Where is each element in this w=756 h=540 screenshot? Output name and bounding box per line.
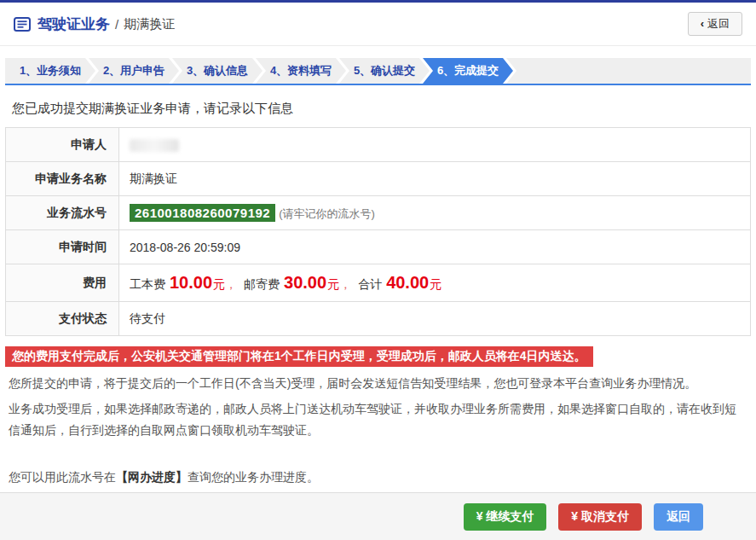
table-row-payment-status: 支付状态 待支付 xyxy=(6,302,751,336)
step-tab-3: 3、确认信息 xyxy=(172,58,263,84)
step-tab-4: 4、资料填写 xyxy=(256,58,346,84)
action-footer: ¥ 继续支付 ¥ 取消支付 返回 xyxy=(0,492,756,540)
table-row-service-name: 申请业务名称 期满换证 xyxy=(6,162,751,196)
row-label: 支付状态 xyxy=(6,302,119,336)
redacted-applicant-name xyxy=(130,139,179,152)
return-button[interactable]: 返回 xyxy=(654,503,703,531)
row-label: 申请时间 xyxy=(6,230,119,264)
payment-warning-banner: 您的费用支付完成后，公安机关交通管理部门将在1个工作日内受理，受理成功后，邮政人… xyxy=(5,346,593,367)
breadcrumb-service-category[interactable]: 驾驶证业务 xyxy=(38,15,110,34)
service-name-value: 期满换证 xyxy=(119,162,751,196)
fee-item1-amount: 10.00 xyxy=(170,273,212,292)
table-row-serial-number: 业务流水号 261001808260079192(请牢记你的流水号) xyxy=(6,196,751,230)
row-label: 业务流水号 xyxy=(6,196,119,230)
serial-number-badge: 261001808260079192 xyxy=(130,204,275,222)
breadcrumb-separator: / xyxy=(115,17,118,32)
fee-item1-label: 工本费 xyxy=(130,277,165,291)
notice-paragraph-2: 业务成功受理后，如果选择邮政寄递的，邮政人员将上门送达机动车驾驶证，并收取办理业… xyxy=(9,398,747,441)
row-label: 费用 xyxy=(6,264,119,302)
back-button-label: 返回 xyxy=(707,17,730,30)
step-bar-filler xyxy=(506,58,751,84)
serial-number-note: (请牢记你的流水号) xyxy=(279,207,375,220)
continue-payment-button[interactable]: ¥ 继续支付 xyxy=(464,503,547,531)
notice-paragraph-3: 您可以用此流水号在【网办进度】查询您的业务办理进度。 xyxy=(9,467,747,488)
success-message: 您已成功提交期满换证业务申请，请记录以下信息 xyxy=(12,101,751,117)
fee-total-amount: 40.00 xyxy=(386,273,429,292)
fee-item2-label: 邮寄费 xyxy=(244,277,280,291)
table-row-apply-time: 申请时间 2018-08-26 20:59:09 xyxy=(6,230,751,264)
step-tab-2: 2、用户申告 xyxy=(89,58,179,84)
breadcrumb-current-page: 期满换证 xyxy=(124,16,175,32)
apply-time-value: 2018-08-26 20:59:09 xyxy=(119,230,751,264)
page-header: 驾驶证业务 / 期满换证 ‹返回 xyxy=(0,3,756,46)
step-tab-6-active: 6、完成提交 xyxy=(423,58,513,84)
back-button[interactable]: ‹返回 xyxy=(688,12,742,36)
fee-value: 工本费10.00元，邮寄费30.00元，合计40.00元 xyxy=(119,264,751,302)
fee-total-label: 合计 xyxy=(358,277,382,291)
row-label: 申请人 xyxy=(6,128,119,162)
notice-paragraph-1: 您所提交的申请，将于提交后的一个工作日(不含当天)受理，届时会发送短信告知受理结… xyxy=(9,373,747,394)
table-row-applicant: 申请人 xyxy=(6,128,751,162)
fee-item2-amount: 30.00 xyxy=(284,273,326,292)
form-icon xyxy=(14,17,31,32)
progress-menu-reference: 【网办进度】 xyxy=(116,470,188,484)
application-info-table: 申请人 申请业务名称 期满换证 业务流水号 261001808260079192… xyxy=(5,127,751,336)
row-label: 申请业务名称 xyxy=(6,162,119,196)
step-tab-1: 1、业务须知 xyxy=(5,58,95,84)
step-bar-underline xyxy=(5,84,751,85)
table-row-fee: 费用 工本费10.00元，邮寄费30.00元，合计40.00元 xyxy=(6,264,751,302)
chevron-left-icon: ‹ xyxy=(701,17,704,30)
payment-status-value: 待支付 xyxy=(119,302,751,336)
step-tab-5: 5、确认提交 xyxy=(339,58,430,84)
step-wizard: 1、业务须知 2、用户申告 3、确认信息 4、资料填写 5、确认提交 6、完成提… xyxy=(5,58,751,85)
cancel-payment-button[interactable]: ¥ 取消支付 xyxy=(558,503,642,531)
